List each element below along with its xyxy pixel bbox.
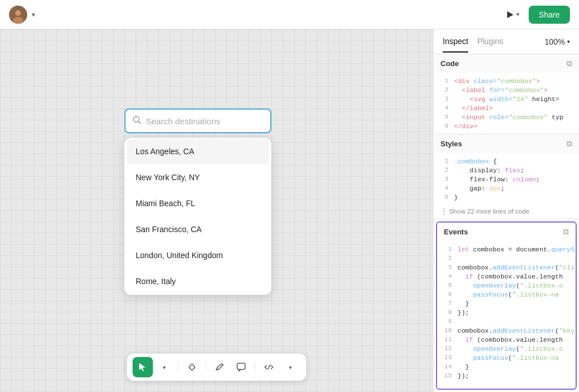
toolbar-divider-2 <box>206 361 206 373</box>
diamond-tool-button[interactable] <box>182 357 202 377</box>
play-chevron-icon: ▾ <box>516 11 520 18</box>
code-line: 3 <svg width="24" height= <box>434 94 579 103</box>
avatar[interactable] <box>9 6 27 24</box>
code-line: 14 } <box>437 362 576 371</box>
code-line: 15 }); <box>437 371 576 380</box>
zoom-chevron-icon: ▾ <box>567 38 570 45</box>
list-item[interactable]: New York City, NY <box>127 165 269 190</box>
code-line: 8 }); <box>437 308 576 317</box>
play-button[interactable]: ▾ <box>502 7 524 22</box>
code-line: 9 <box>437 317 576 326</box>
code-line: 4 if (combobox.value.length <box>437 272 576 281</box>
events-code-block: 1 let combobox = document.queryS 2 3 com… <box>437 241 576 389</box>
avatar-chevron-icon[interactable]: ▾ <box>32 11 35 19</box>
svg-line-9 <box>268 365 270 369</box>
code-line: 1 .combobox { <box>434 156 579 165</box>
styles-section: Styles ⧉ 1 .combobox { 2 display: flex; … <box>434 134 579 219</box>
styles-section-title: Styles <box>440 140 462 148</box>
code-line: 1 let combobox = document.queryS <box>437 245 576 254</box>
header-center: ▾ Share <box>502 6 570 24</box>
list-item[interactable]: London, United Kingdom <box>127 243 269 268</box>
cursor-tool-chevron[interactable]: ▾ <box>154 357 175 377</box>
code-line: 3 combobox.addEventListener("cli <box>437 263 576 272</box>
svg-rect-8 <box>237 363 245 369</box>
main-container: Search destinations Los Angeles, CA New … <box>0 29 579 392</box>
list-item[interactable]: Los Angeles, CA <box>127 139 269 164</box>
code-line: 1 <div class="combobox"> <box>434 76 579 85</box>
toolbar-divider <box>178 361 179 373</box>
destinations-dropdown: Los Angeles, CA New York City, NY Miami … <box>124 138 271 295</box>
code-line: 6 passFocus(".listbox-na <box>437 290 576 299</box>
bottom-toolbar: ▾ <box>127 354 306 381</box>
code-line: 2 display: flex; <box>434 165 579 175</box>
code-line: 3 flex-flow: column; <box>434 175 579 184</box>
code-line: 2 <box>437 254 576 263</box>
toolbar-divider-3 <box>255 361 256 373</box>
code-line: 2 <label for="combobox"> <box>434 85 579 94</box>
list-item[interactable]: Miami Beach, FL <box>127 191 269 216</box>
combobox-component: Search destinations Los Angeles, CA New … <box>124 108 271 295</box>
copy-styles-icon[interactable]: ⧉ <box>567 139 572 149</box>
header-left: ▾ <box>9 6 35 24</box>
events-section-title: Events <box>444 228 468 236</box>
panel-tabs-left: Inspect Plugins <box>443 31 503 53</box>
code-tool-button[interactable] <box>259 357 279 377</box>
svg-line-5 <box>139 121 141 124</box>
tab-inspect[interactable]: Inspect <box>443 31 468 53</box>
copy-code-icon[interactable]: ⧉ <box>567 59 572 68</box>
code-chevron[interactable]: ▾ <box>280 357 301 377</box>
zoom-value: 100% <box>545 37 565 46</box>
code-section-title: Code <box>440 59 459 68</box>
search-icon <box>132 115 141 127</box>
zoom-control[interactable]: 100% ▾ <box>545 37 570 46</box>
code-line: 12 openOverlay(".listbox-o <box>437 344 576 353</box>
code-line: 5 } <box>434 193 579 202</box>
list-item[interactable]: San Francisco, CA <box>127 217 269 242</box>
code-line: 5 <input role="combobox" typ <box>434 112 579 121</box>
list-item[interactable]: Rome, Italy <box>127 269 269 294</box>
share-button[interactable]: Share <box>529 6 570 24</box>
code-line: 10 combobox.addEventListener("key <box>437 326 576 335</box>
copy-events-icon[interactable]: ⧉ <box>563 227 569 237</box>
code-line: 5 openOverlay(".listbox-o <box>437 281 576 290</box>
tab-plugins[interactable]: Plugins <box>477 31 503 53</box>
code-line: 4 </label> <box>434 103 579 112</box>
events-section: Events ⧉ 1 let combobox = document.query… <box>436 221 577 390</box>
search-placeholder: Search destinations <box>146 116 263 126</box>
code-line: 7 } <box>437 299 576 308</box>
svg-point-2 <box>13 17 23 24</box>
svg-marker-3 <box>507 11 513 18</box>
panel-tabs: Inspect Plugins 100% ▾ <box>434 29 579 54</box>
code-section-header: Code ⧉ <box>434 54 579 73</box>
header: ▾ ▾ Share <box>0 0 579 29</box>
cursor-tool-button[interactable] <box>133 357 153 377</box>
code-line: 13 passFocus(".listbox-na <box>437 353 576 362</box>
code-line: 4 gap: 8px; <box>434 184 579 193</box>
pencil-tool-button[interactable] <box>210 357 230 377</box>
code-line: 6 </div> <box>434 121 579 130</box>
events-section-header: Events ⧉ <box>437 223 576 241</box>
code-section: Code ⧉ 1 <div class="combobox"> 2 <label… <box>434 54 579 134</box>
right-panel: Inspect Plugins 100% ▾ Code ⧉ 1 <div cla… <box>433 29 579 392</box>
styles-section-header: Styles ⧉ <box>434 134 579 153</box>
code-line: 11 if (combobox.value.length <box>437 335 576 344</box>
show-more-styles[interactable]: ⋮ Show 22 more lines of code <box>434 205 579 219</box>
chat-tool-button[interactable] <box>231 357 252 377</box>
canvas-area: Search destinations Los Angeles, CA New … <box>0 29 433 392</box>
styles-code-block: 1 .combobox { 2 display: flex; 3 flex-fl… <box>434 153 579 205</box>
code-block: 1 <div class="combobox"> 2 <label for="c… <box>434 73 579 134</box>
svg-point-1 <box>15 10 21 16</box>
search-input-container[interactable]: Search destinations <box>124 108 271 133</box>
svg-rect-6 <box>189 364 195 370</box>
